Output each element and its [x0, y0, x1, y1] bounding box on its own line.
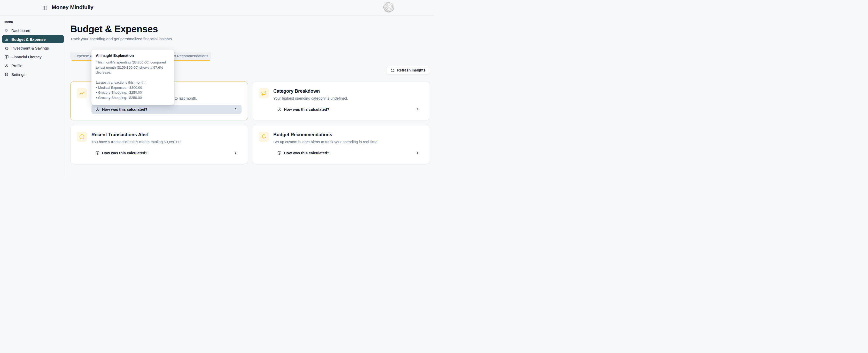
insight-cards: to last month. How was this calculated? … — [70, 81, 430, 164]
page-title: Budget & Expenses — [70, 24, 430, 35]
sidebar-item-label: Budget & Expense — [11, 37, 46, 41]
sidebar: Menu Dashboard Budget & Expense Investme… — [0, 16, 66, 176]
sidebar-item-investment-savings[interactable]: Investment & Savings — [2, 44, 64, 52]
bell-icon — [261, 134, 266, 139]
sidebar-item-budget-expense[interactable]: Budget & Expense — [2, 35, 64, 43]
sidebar-item-label: Settings — [11, 72, 25, 77]
page-subtitle: Track your spending and get personalized… — [70, 37, 430, 41]
chevron-right-icon — [416, 151, 419, 154]
info-icon — [96, 107, 99, 111]
how-calculated-button[interactable]: How was this calculated? — [273, 148, 424, 157]
card-title: Budget Recommendations — [273, 132, 424, 138]
chevron-right-icon — [416, 108, 419, 111]
refresh-insights-label: Refresh Insights — [397, 68, 426, 72]
sidebar-item-dashboard[interactable]: Dashboard — [2, 26, 64, 35]
how-calculated-label: How was this calculated? — [284, 107, 330, 111]
card-description-fragment: to last month. — [175, 96, 242, 101]
info-icon — [277, 151, 281, 155]
main-content: Budget & Expenses Track your spending an… — [66, 16, 434, 176]
refresh-insights-button[interactable]: Refresh Insights — [386, 66, 430, 74]
app-title: Money Mindfully — [52, 4, 94, 10]
card-description: You have 9 transactions this month total… — [91, 139, 242, 144]
chevron-right-icon — [234, 108, 238, 111]
sidebar-item-label: Dashboard — [11, 28, 30, 33]
user-icon — [5, 64, 8, 68]
info-icon — [277, 107, 281, 111]
card-recent-transactions-alert: Recent Transactions Alert You have 9 tra… — [70, 125, 248, 164]
repeat-icon — [261, 91, 266, 96]
card-description: Your highest spending category is undefi… — [273, 96, 424, 101]
gear-icon — [5, 72, 8, 76]
card-budget-recommendations: Budget Recommendations Set up custom bud… — [252, 125, 430, 164]
sidebar-item-label: Investment & Savings — [11, 46, 49, 50]
card-icon-box — [258, 132, 269, 142]
refresh-icon — [391, 68, 395, 72]
sidebar-item-financial-literacy[interactable]: Financial Literacy — [2, 52, 64, 61]
sidebar-item-settings[interactable]: Settings — [2, 70, 64, 78]
card-title: Category Breakdown — [273, 88, 424, 94]
card-spending-trend: to last month. How was this calculated? … — [70, 81, 248, 120]
how-calculated-button[interactable]: How was this calculated? — [273, 105, 424, 114]
info-icon — [96, 151, 99, 155]
how-calculated-button[interactable]: How was this calculated? — [91, 148, 242, 157]
piggy-bank-icon — [5, 46, 8, 50]
card-category-breakdown: Category Breakdown Your highest spending… — [252, 81, 430, 120]
trending-up-icon — [79, 91, 85, 96]
card-icon-box — [258, 88, 269, 98]
sidebar-menu-label: Menu — [2, 20, 64, 26]
book-open-icon — [5, 55, 8, 59]
sidebar-toggle-button[interactable] — [42, 5, 48, 10]
popover-body: This month's spending ($3,850.00) compar… — [96, 60, 170, 100]
how-calculated-label: How was this calculated? — [102, 151, 148, 155]
sidebar-item-label: Financial Literacy — [11, 55, 41, 59]
card-description: Set up custom budget alerts to track you… — [273, 139, 424, 144]
how-calculated-label: How was this calculated? — [284, 151, 330, 155]
chevron-right-icon — [234, 151, 238, 154]
how-calculated-button[interactable]: How was this calculated? — [91, 105, 242, 114]
sidebar-item-label: Profile — [11, 64, 23, 68]
panel-left-icon — [42, 5, 48, 10]
card-icon-box — [77, 132, 87, 142]
app-header: Money Mindfully — [0, 0, 434, 16]
sidebar-nav: Dashboard Budget & Expense Investment & … — [2, 26, 64, 78]
card-title: Recent Transactions Alert — [91, 132, 242, 138]
how-calculated-label: How was this calculated? — [102, 107, 148, 111]
bar-chart-icon — [5, 37, 8, 41]
alert-circle-icon — [79, 134, 85, 139]
card-icon-box — [77, 88, 87, 98]
sidebar-item-profile[interactable]: Profile — [2, 62, 64, 70]
popover-title: AI Insight Explanation — [96, 54, 170, 58]
ai-insight-popover: AI Insight Explanation This month's spen… — [91, 49, 174, 105]
dashboard-grid-icon — [5, 29, 8, 33]
user-avatar[interactable] — [383, 2, 394, 13]
